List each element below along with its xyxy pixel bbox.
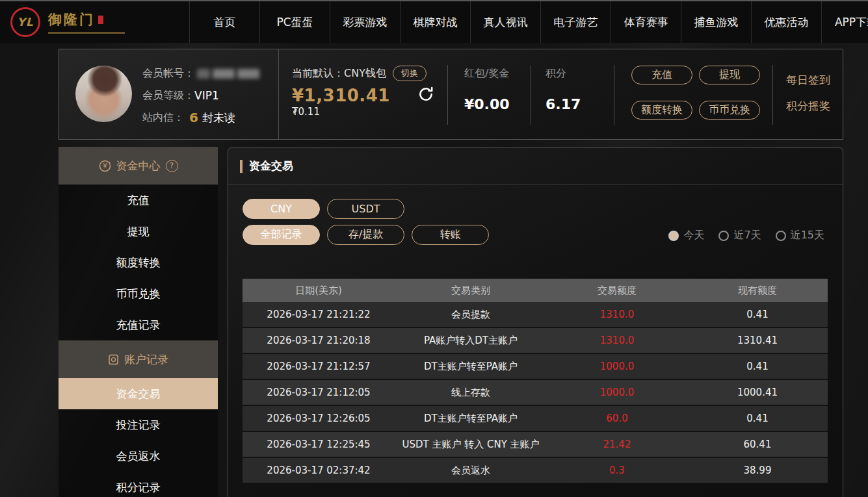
sidebar-item-充值[interactable]: 充值 — [59, 185, 218, 216]
nav-item-4[interactable]: 棋牌对战 — [400, 1, 470, 43]
wallet-default-row: 当前默认：CNY钱包 切换 — [292, 66, 447, 81]
cell-date: 2026-03-17 21:21:22 — [243, 309, 395, 320]
table-header: 日期(美东)交易类别交易额度现有额度 — [243, 279, 828, 302]
cell-amount: 21.42 — [547, 439, 687, 450]
sidebar-section-header-1[interactable]: ¥资金中心? — [59, 147, 218, 185]
nav-item-9[interactable]: 优惠活动 — [751, 1, 821, 43]
wallet-action-button-4[interactable]: 币币兑换 — [699, 101, 760, 120]
inbox-row[interactable]: 站内信： 6 封未读 — [142, 110, 259, 125]
wallet-default-label: 当前默认：CNY钱包 — [292, 67, 386, 81]
main-panel: 资金交易 CNYUSDT 全部记录存/提款转账 今天近7天近15天 日期(美东)… — [228, 147, 843, 497]
account-summary: 会员帐号： 会员等级： VIP1 站内信： 6 封未读 — [59, 49, 279, 139]
column-header-1: 日期(美东) — [243, 285, 395, 297]
nav-item-1[interactable]: 首页 — [189, 1, 259, 43]
logo-tagline — [48, 32, 125, 34]
transactions-table: 日期(美东)交易类别交易额度现有额度 2026-03-17 21:21:22会员… — [243, 279, 828, 484]
member-level-value: VIP1 — [194, 89, 219, 102]
sidebar-item-积分记录[interactable]: 积分记录 — [59, 472, 218, 497]
table-body: 2026-03-17 21:21:22会员提款1310.00.412026-03… — [243, 302, 828, 484]
table-row: 2026-03-17 12:26:05DT主账户转至PA账户60.00.41 — [243, 406, 828, 432]
sidebar-item-币币兑换[interactable]: 币币兑换 — [59, 278, 218, 309]
sidebar-section-title: 资金中心 — [116, 159, 161, 173]
cell-balance: 0.41 — [687, 309, 828, 320]
account-number-row: 会员帐号： — [142, 66, 259, 81]
wallet-action-button-2[interactable]: 提现 — [699, 66, 760, 84]
logo-seal — [98, 16, 103, 24]
radio-icon — [776, 231, 786, 241]
quick-link-1[interactable]: 每日签到 — [786, 73, 844, 88]
bonus-stat: 红包/奖金 ¥0.00 — [447, 49, 531, 139]
type-tab-存/提款[interactable]: 存/提款 — [327, 225, 404, 245]
account-number-redacted — [197, 69, 259, 79]
sidebar-item-额度转换[interactable]: 额度转换 — [59, 247, 218, 278]
switch-wallet-button[interactable]: 切换 — [393, 66, 427, 81]
nav-item-2[interactable]: PC蛋蛋 — [259, 1, 330, 43]
wallet-action-button-3[interactable]: 额度转换 — [631, 101, 692, 120]
points-value: 6.17 — [546, 96, 614, 112]
redacted-block — [237, 69, 259, 79]
nav-item-8[interactable]: 捕鱼游戏 — [681, 1, 751, 43]
points-label: 积分 — [546, 67, 614, 81]
date-filter-label: 今天 — [683, 229, 704, 242]
table-row: 2026-03-17 02:37:42会员返水0.338.99 — [243, 458, 828, 484]
currency-tabs: CNYUSDT — [243, 199, 404, 219]
sidebar-item-投注记录[interactable]: 投注记录 — [59, 409, 218, 440]
cell-balance: 60.41 — [687, 439, 828, 450]
page-title: 资金交易 — [249, 159, 293, 173]
cell-amount: 1310.0 — [547, 335, 687, 346]
date-filter-近15天[interactable]: 近15天 — [776, 229, 824, 242]
avatar — [75, 66, 132, 122]
type-tab-转账[interactable]: 转账 — [412, 225, 489, 245]
date-filter-近7天[interactable]: 近7天 — [718, 229, 761, 242]
nav-item-3[interactable]: 彩票游戏 — [330, 1, 400, 43]
table-row: 2026-03-17 21:12:05线上存款1000.01000.41 — [243, 380, 828, 406]
quick-link-2[interactable]: 积分摇奖 — [786, 99, 844, 114]
inbox-unread-suffix: 封未读 — [202, 110, 235, 125]
radio-icon — [718, 231, 729, 241]
currency-tab-USDT[interactable]: USDT — [327, 199, 404, 219]
page: YL 御隆门 首页PC蛋蛋彩票游戏棋牌对战真人视讯电子游艺体育赛事捕鱼游戏优惠活… — [0, 0, 868, 497]
sidebar-item-会员返水[interactable]: 会员返水 — [59, 440, 218, 472]
account-number-label: 会员帐号： — [142, 67, 194, 81]
currency-tab-CNY[interactable]: CNY — [243, 199, 320, 219]
date-filters: 今天近7天近15天 — [668, 229, 824, 242]
help-icon[interactable]: ? — [166, 160, 178, 172]
bonus-label: 红包/奖金 — [464, 67, 531, 81]
table-row: 2026-03-17 21:21:22会员提款1310.00.41 — [243, 302, 828, 328]
brand-name: 御隆门 — [48, 10, 95, 29]
nav-item-5[interactable]: 真人视讯 — [470, 1, 540, 43]
cell-type: PA账户转入DT主账户 — [395, 335, 547, 347]
inbox-label: 站内信： — [142, 111, 184, 125]
cell-amount: 60.0 — [547, 413, 687, 424]
wallet-action-button-1[interactable]: 充值 — [631, 66, 692, 84]
cell-amount: 1000.0 — [547, 387, 687, 398]
sidebar-item-资金交易[interactable]: 资金交易 — [59, 378, 218, 409]
member-level-row: 会员等级： VIP1 — [142, 88, 259, 103]
cell-amount: 1000.0 — [547, 361, 687, 372]
yen-circle-icon: ¥ — [99, 160, 111, 172]
column-header-3: 交易额度 — [547, 285, 687, 297]
site-logo[interactable]: YL 御隆门 — [0, 1, 189, 43]
member-level-label: 会员等级： — [142, 89, 194, 103]
wallet-summary: 当前默认：CNY钱包 切换 ¥1,310.41 ₮0.11 — [279, 49, 447, 139]
cell-balance: 0.41 — [687, 413, 828, 424]
nav-item-6[interactable]: 电子游艺 — [540, 1, 611, 43]
cell-type: 会员提款 — [395, 309, 547, 321]
svg-text:¥: ¥ — [103, 162, 107, 170]
cell-date: 2026-03-17 21:12:05 — [243, 387, 395, 398]
redacted-block — [213, 69, 235, 79]
column-header-4: 现有额度 — [687, 285, 828, 297]
sidebar-section-title: 账户记录 — [124, 352, 168, 367]
sidebar-item-提现[interactable]: 提现 — [59, 216, 218, 247]
sidebar-section-header-2[interactable]: 账户记录 — [59, 340, 218, 378]
sidebar-item-充值记录[interactable]: 充值记录 — [59, 309, 218, 340]
logo-text: 御隆门 — [48, 10, 125, 34]
nav-item-7[interactable]: 体育赛事 — [611, 1, 681, 43]
date-filter-label: 近15天 — [791, 229, 824, 242]
cell-date: 2026-03-17 12:25:45 — [243, 439, 395, 450]
refresh-icon[interactable] — [417, 86, 434, 103]
nav-item-10[interactable]: APP下载 — [821, 1, 868, 43]
wallet-action-buttons: 充值提现额度转换币币兑换 — [614, 49, 772, 139]
type-tab-全部记录[interactable]: 全部记录 — [243, 225, 320, 245]
date-filter-今天[interactable]: 今天 — [668, 229, 704, 242]
